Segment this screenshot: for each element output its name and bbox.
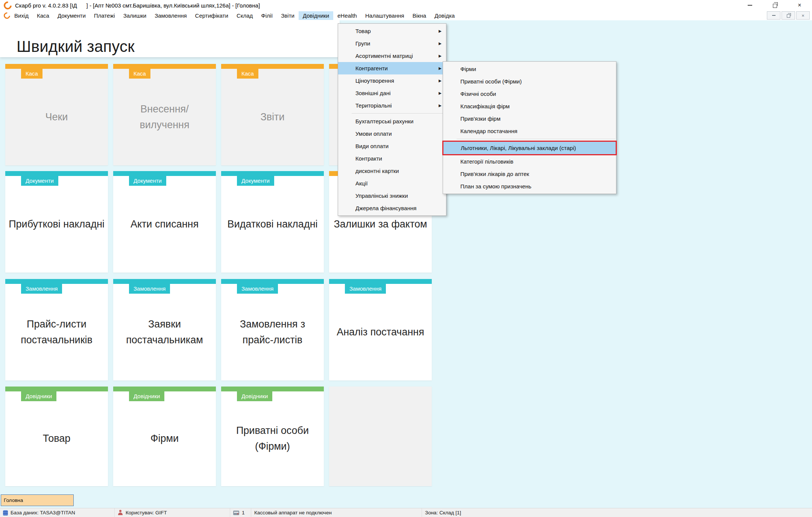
dropdown-item-bukhhalterski-rakhunky[interactable]: Бухгалтерські рахунки [338,115,446,127]
tile-topbar [221,171,324,176]
submenu-item-firmy[interactable]: Фірми [443,63,616,75]
window-title: Скарб pro v. 4.0.2.83 [ІД ] - [Апт №003 … [15,2,260,9]
submenu-item-pryviazky-likariv-do-aptek[interactable]: Прив'язки лікарів до аптек [443,168,616,180]
menu-directories[interactable]: Довідники [299,11,333,20]
tile-vnesennia-vyluchennia[interactable]: Каса Внесення/вилучення [113,64,216,165]
submenu-arrow-icon: ▶ [439,50,442,62]
submenu-arrow-icon: ▶ [439,99,442,112]
tile-topbar [5,387,108,391]
dropdown-item-hrupy[interactable]: Групи▶ [338,37,446,50]
tile-topbar [113,279,216,284]
tile-label: Звіти [221,69,324,165]
menu-exit[interactable]: Вихід [10,11,33,20]
status-cash-register: Кассовый аппарат не подключен [251,508,422,517]
tile-label [329,391,432,486]
dropdown-item-tovar[interactable]: Товар▶ [338,25,446,37]
user-text: Користувач: GIFT [126,510,167,515]
dropdown-item-dyskontni-kartky[interactable]: дисконтні картки [338,165,446,177]
submenu-arrow-icon: ▶ [439,37,442,50]
tile-tovar[interactable]: Довідники Товар [5,387,108,486]
tile-zaiavky-postachalnykam[interactable]: Замовлення Заявки постачальникам [113,279,216,381]
menu-documents[interactable]: Документи [53,11,90,20]
app-window: Скарб pro v. 4.0.2.83 [ІД ] - [Апт №003 … [0,0,812,517]
menu-stock[interactable]: Залишки [119,11,151,20]
submenu-arrow-icon: ▶ [439,25,442,37]
minimize-icon [748,5,752,6]
dropdown-item-aktsii[interactable]: Акції [338,177,446,190]
menu-help[interactable]: Довідка [430,11,459,20]
dropdown-item-dzherela-finansuvannia[interactable]: Джерела фінансування [338,202,446,214]
tile-topbar [221,279,324,284]
tile-akty-spysannia[interactable]: Документи Акти списання [113,171,216,273]
tile-topbar [5,171,108,176]
tile-zamovlennia-z-prais-lystiv[interactable]: Замовлення Замовлення з прайс-листів [221,279,324,381]
tile-topbar [221,64,324,69]
menu-payments[interactable]: Платежі [90,11,119,20]
dropdown-item-vydy-oplaty[interactable]: Види оплати [338,140,446,152]
tile-prybutkovi-nakladni[interactable]: Документи Прибуткові накладні [5,171,108,273]
submenu-item-lhotnyky-likari-likuvalni-zaklady[interactable]: Льготники, Лікарі, Лікувальні заклади (с… [442,141,617,155]
minimize-icon [772,15,776,16]
tab-label: Головна [4,497,23,503]
dropdown-item-zovnishni-dani[interactable]: Зовнішні дані▶ [338,87,446,99]
menu-settings[interactable]: Налаштування [361,11,408,20]
tile-topbar [221,387,324,391]
mdi-close-button[interactable]: × [796,11,810,20]
submenu-item-katehorii-pilhovykiv[interactable]: Категорії пільговиків [443,155,616,168]
tab-holovna[interactable]: Головна [1,494,74,506]
cash-register-text: Кассовый аппарат не подключен [254,510,332,515]
menu-warehouse[interactable]: Склад [232,11,257,20]
submenu-item-pryviazky-firm[interactable]: Прив'язки фірм [443,112,616,125]
menu-branches[interactable]: Філії [257,11,277,20]
tile-topbar [5,279,108,284]
submenu-item-pryvatni-osoby-firmy[interactable]: Приватні особи (Фірми) [443,75,616,88]
mdi-window-controls: × [767,11,810,20]
page-title: Швидкий запуск [17,38,135,56]
menu-ehealth[interactable]: eHealth [333,11,361,20]
menu-certificates[interactable]: Сертифікати [191,11,232,20]
dropdown-item-umovy-oplaty[interactable]: Умови оплати [338,127,446,140]
menu-windows[interactable]: Вікна [408,11,431,20]
menu-reports[interactable]: Звіти [277,11,299,20]
database-text: База даних: TASA3@TITAN [11,510,75,515]
tile-label: Видаткові накладні [221,176,324,273]
submenu-item-kalendar-postachannia[interactable]: Календар постачання [443,125,616,137]
status-database: База даних: TASA3@TITAN [0,508,115,517]
dropdown-item-terytorialni[interactable]: Територіальні▶ [338,99,446,112]
mdi-restore-button[interactable] [782,11,795,20]
tile-cheky[interactable]: Каса Чеки [5,64,108,165]
menu-kasa[interactable]: Каса [33,11,53,20]
dropdown-item-kontrakty[interactable]: Контракти [338,152,446,165]
restore-button[interactable] [762,0,787,11]
menu-orders[interactable]: Замовлення [150,11,191,20]
dropdown-item-tsinoutvorennia[interactable]: Ціноутворення▶ [338,74,446,87]
zone-text: Зона: Склад [1] [425,510,461,515]
dropdown-item-asortymentni-matrytsi[interactable]: Асортиментні матриці▶ [338,50,446,62]
menu-separator [352,113,445,114]
status-user: Користувач: GIFT [115,508,230,517]
close-icon: × [801,13,804,18]
restore-icon [787,14,790,18]
database-icon [3,510,8,515]
tile-analiz-postachannia[interactable]: Замовлення Аналіз постачання [329,279,432,381]
submenu-item-fizychni-osoby[interactable]: Фізичні особи [443,88,616,100]
mdi-minimize-button[interactable] [767,11,780,20]
tile-label: Замовлення з прайс-листів [221,284,324,381]
tile-label: Приватні особи (Фірми) [221,391,324,486]
tile-pryvatni-osoby[interactable]: Довідники Приватні особи (Фірми) [221,387,324,486]
tile-empty [329,387,432,486]
dropdown-item-kontrahenty[interactable]: Контрагенти▶ [338,62,446,74]
submenu-item-plan-za-sumoiu-pryznachen[interactable]: План за сумою призначень [443,180,616,193]
tile-vydatkovi-nakladni[interactable]: Документи Видаткові накладні [221,171,324,273]
tile-firmy[interactable]: Довідники Фірми [113,387,216,486]
tile-topbar [113,64,216,69]
dropdown-item-upravlinski-znyzhky[interactable]: Управлінські знижки [338,190,446,202]
close-button[interactable]: × [787,0,812,11]
tile-label: Акти списання [113,176,216,273]
submenu-item-klasyfikatsiia-firm[interactable]: Класифікація фірм [443,100,616,112]
tile-prais-lysty-postachalnykiv[interactable]: Замовлення Прайс-листи постачальників [5,279,108,381]
submenu-kontrahenty: Фірми Приватні особи (Фірми) Фізичні осо… [443,61,616,194]
minimize-button[interactable] [738,0,762,11]
tile-zvity[interactable]: Каса Звіти [221,64,324,165]
tile-label: Прибуткові накладні [5,176,108,273]
